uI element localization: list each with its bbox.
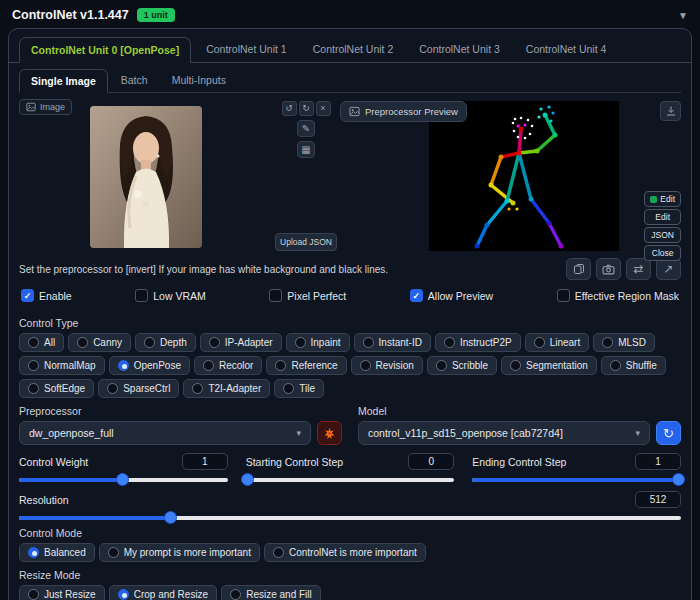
- edit-image-button[interactable]: ✎: [297, 120, 315, 137]
- checkbox-label: Pixel Perfect: [287, 290, 346, 302]
- control-type-softedge[interactable]: SoftEdge: [19, 379, 94, 398]
- sketch-mask-button[interactable]: ▦: [297, 141, 315, 158]
- tab-multi-inputs[interactable]: Multi-Inputs: [161, 69, 237, 92]
- control-type-t2i-adapter[interactable]: T2I-Adapter: [183, 379, 270, 398]
- refresh-icon: ↻: [663, 426, 674, 441]
- control-type-all[interactable]: All: [19, 333, 64, 352]
- collapse-arrow-icon[interactable]: ▼: [678, 10, 688, 21]
- image-upload-area[interactable]: Image: [19, 99, 272, 251]
- radio-icon: [28, 337, 39, 348]
- tab-unit-4[interactable]: ControlNet Unit 4: [515, 37, 618, 62]
- control-type-segmentation[interactable]: Segmentation: [501, 356, 597, 375]
- control-type-instructp2p[interactable]: InstructP2P: [435, 333, 521, 352]
- photopea-icon: [650, 196, 657, 203]
- enable-checkbox[interactable]: Enable: [21, 289, 72, 302]
- starting-step-input[interactable]: 0: [408, 453, 454, 470]
- resize-mode-just-resize[interactable]: Just Resize: [19, 585, 105, 600]
- resolution-slider[interactable]: [19, 516, 681, 520]
- control-type-scribble[interactable]: Scribble: [427, 356, 497, 375]
- slider-handle[interactable]: [672, 473, 685, 486]
- ending-step-input[interactable]: 1: [635, 453, 681, 470]
- resize-mode-crop-and-resize[interactable]: Crop and Resize: [109, 585, 217, 600]
- redo-button[interactable]: ↻: [299, 101, 314, 116]
- control-type-tile[interactable]: Tile: [274, 379, 324, 398]
- refresh-models-button[interactable]: ↻: [656, 421, 681, 445]
- preprocessor-dropdown[interactable]: dw_openpose_full ▾: [19, 421, 311, 445]
- control-type-openpose[interactable]: OpenPose: [109, 356, 190, 375]
- allow-preview-checkbox[interactable]: Allow Preview: [410, 289, 493, 302]
- control-mode-controlnet-important[interactable]: ControlNet is more important: [264, 543, 426, 562]
- option-label: Inpaint: [311, 337, 341, 348]
- control-type-lineart[interactable]: Lineart: [525, 333, 590, 352]
- json-pose-button[interactable]: JSON: [644, 227, 681, 243]
- resize-mode-options: Just Resize Crop and Resize Resize and F…: [19, 585, 681, 600]
- invert-hint-text: Set the preprocessor to [invert] If your…: [19, 264, 558, 275]
- control-mode-balanced[interactable]: Balanced: [19, 543, 95, 562]
- webcam-button[interactable]: [596, 258, 621, 280]
- tab-single-image[interactable]: Single Image: [19, 69, 108, 93]
- chevron-down-icon: ▾: [635, 428, 640, 438]
- effective-region-mask-checkbox[interactable]: Effective Region Mask: [557, 289, 679, 302]
- pixel-perfect-checkbox[interactable]: Pixel Perfect: [269, 289, 346, 302]
- send-dimensions-button[interactable]: ↗: [656, 258, 681, 280]
- control-type-recolor[interactable]: Recolor: [194, 356, 262, 375]
- control-type-normalmap[interactable]: NormalMap: [19, 356, 105, 375]
- starting-step-slider[interactable]: [246, 478, 455, 482]
- control-type-mlsd[interactable]: MLSD: [593, 333, 655, 352]
- run-preprocessor-button[interactable]: [317, 421, 342, 445]
- checkbox-icon: [410, 289, 423, 302]
- preprocessor-preview-button[interactable]: Preprocessor Preview: [340, 101, 467, 122]
- slider-handle[interactable]: [241, 473, 254, 486]
- control-type-reference[interactable]: Reference: [266, 356, 346, 375]
- radio-icon: [209, 337, 220, 348]
- radio-icon: [28, 383, 39, 394]
- resize-mode-label: Resize Mode: [19, 569, 681, 581]
- input-image: [90, 106, 202, 248]
- control-type-instant-id[interactable]: Instant-ID: [354, 333, 431, 352]
- upload-json-button[interactable]: Upload JSON: [275, 233, 337, 251]
- control-weight-slider[interactable]: [19, 478, 228, 482]
- control-type-canny[interactable]: Canny: [68, 333, 131, 352]
- control-type-inpaint[interactable]: Inpaint: [286, 333, 350, 352]
- download-icon: [665, 105, 677, 117]
- tab-unit-1[interactable]: ControlNet Unit 1: [195, 37, 298, 62]
- paste-button[interactable]: [566, 258, 591, 280]
- tab-batch[interactable]: Batch: [110, 69, 159, 92]
- ending-step-slider[interactable]: [472, 478, 681, 482]
- download-button[interactable]: [660, 101, 681, 121]
- edit-pose-button[interactable]: Edit: [644, 209, 681, 225]
- low-vram-checkbox[interactable]: Low VRAM: [135, 289, 206, 302]
- ending-step-label: Ending Control Step: [472, 456, 566, 468]
- checkbox-icon: [269, 289, 282, 302]
- photopea-edit-button[interactable]: Edit: [644, 191, 681, 207]
- option-label: MLSD: [618, 337, 646, 348]
- control-type-revision[interactable]: Revision: [351, 356, 423, 375]
- slider-handle[interactable]: [116, 473, 129, 486]
- tab-unit-3[interactable]: ControlNet Unit 3: [408, 37, 511, 62]
- tab-unit-2[interactable]: ControlNet Unit 2: [302, 37, 405, 62]
- close-pose-button[interactable]: Close: [644, 245, 681, 261]
- model-dropdown[interactable]: control_v11p_sd15_openpose [cab727d4] ▾: [358, 421, 650, 445]
- option-label: Scribble: [452, 360, 488, 371]
- resolution-input[interactable]: 512: [635, 491, 681, 508]
- clear-image-button[interactable]: ×: [316, 101, 331, 116]
- accordion-header[interactable]: ControlNet v1.1.447 1 unit ▼: [0, 0, 700, 28]
- control-type-depth[interactable]: Depth: [135, 333, 196, 352]
- slider-handle[interactable]: [164, 511, 177, 524]
- radio-icon: [108, 547, 119, 558]
- checkbox-icon: [21, 289, 34, 302]
- control-type-shuffle[interactable]: Shuffle: [601, 356, 666, 375]
- tab-unit-0[interactable]: ControlNet Unit 0 [OpenPose]: [19, 37, 191, 63]
- resize-mode-resize-and-fill[interactable]: Resize and Fill: [221, 585, 321, 600]
- control-mode-prompt-important[interactable]: My prompt is more important: [99, 543, 260, 562]
- option-label: InstructP2P: [460, 337, 512, 348]
- control-type-ip-adapter[interactable]: IP-Adapter: [200, 333, 282, 352]
- mirror-swap-button[interactable]: ⇄: [626, 258, 651, 280]
- chevron-down-icon: ▾: [296, 428, 301, 438]
- slider-row: Control Weight 1 Starting Control Step 0: [19, 453, 681, 482]
- control-weight-input[interactable]: 1: [182, 453, 228, 470]
- control-type-sparsectrl[interactable]: SparseCtrl: [98, 379, 179, 398]
- swap-icon: ⇄: [633, 262, 643, 276]
- undo-button[interactable]: ↺: [282, 101, 297, 116]
- radio-icon: [602, 337, 613, 348]
